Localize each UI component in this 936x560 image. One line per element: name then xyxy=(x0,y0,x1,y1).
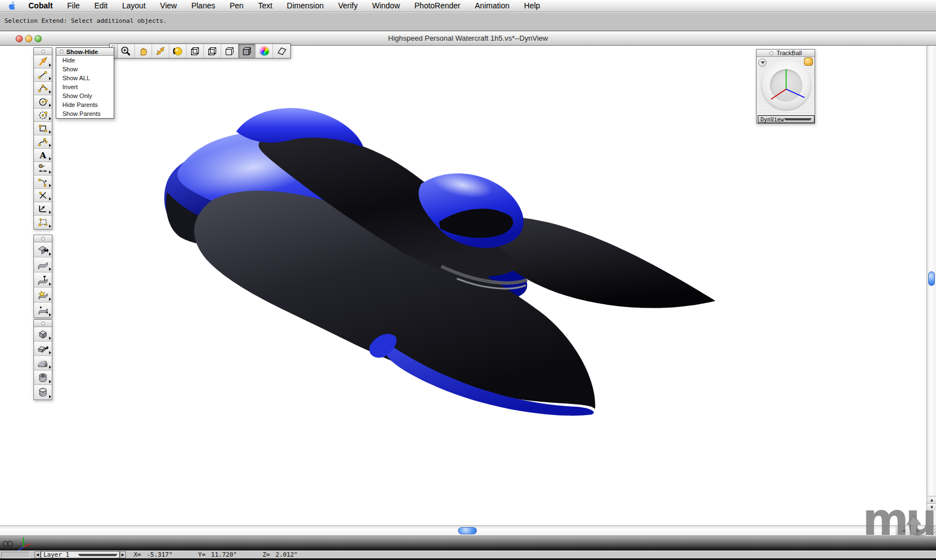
tool-rotate-view[interactable] xyxy=(169,44,187,58)
menu-text[interactable]: Text xyxy=(251,0,280,12)
layer-name: Layer 1 xyxy=(41,551,78,558)
layer-next-button[interactable]: ▶ xyxy=(120,551,126,558)
tool-trim[interactable] xyxy=(34,189,52,202)
tool-extrude-solid[interactable] xyxy=(34,342,52,356)
resize-grip[interactable] xyxy=(926,525,936,536)
tool-dimension[interactable] xyxy=(34,162,52,176)
minimize-button[interactable] xyxy=(25,35,32,42)
show-hide-title-bar[interactable]: Show-Hide xyxy=(56,48,114,56)
spline-icon xyxy=(37,137,48,147)
menu-help[interactable]: Help xyxy=(517,0,548,12)
tool-shaded[interactable] xyxy=(238,44,256,58)
menu-photorender[interactable]: PhotoRender xyxy=(407,0,468,12)
tool-select-arrow[interactable] xyxy=(34,55,52,69)
tool-circle[interactable] xyxy=(34,95,52,109)
menu-layout[interactable]: Layout xyxy=(115,0,153,12)
palette-close-widget[interactable] xyxy=(769,51,773,55)
trackball-title: TrackBall xyxy=(777,50,802,56)
extrude-surface-icon xyxy=(37,244,49,255)
tool-line[interactable] xyxy=(34,69,52,82)
menu-view[interactable]: View xyxy=(153,0,184,12)
tool-hidden-line[interactable] xyxy=(221,44,238,58)
close-button[interactable] xyxy=(16,35,23,42)
tool-box-solid[interactable] xyxy=(34,327,52,342)
view-mode-dropdown[interactable]: DynView xyxy=(758,115,815,123)
menu-item-hide[interactable]: Hide xyxy=(56,56,114,65)
tool-zoom-in[interactable] xyxy=(118,44,135,58)
tool-zoom-fit[interactable] xyxy=(152,44,169,58)
trackball-mode-button[interactable] xyxy=(804,57,813,66)
menu-window[interactable]: Window xyxy=(365,0,407,12)
tool-ellipse[interactable] xyxy=(34,109,52,122)
cobalt-app: { "menu_bar": { "apple_icon": "apple-log… xyxy=(0,0,936,560)
scroll-down-button[interactable]: ▼ xyxy=(927,503,936,510)
menu-dimension[interactable]: Dimension xyxy=(280,0,331,12)
tool-corner-join[interactable] xyxy=(34,202,52,216)
revolve-surface-icon xyxy=(37,274,49,285)
palette-close-widget[interactable] xyxy=(41,50,45,53)
tool-fillet-solid[interactable] xyxy=(34,356,52,371)
palette-title-bar[interactable] xyxy=(34,235,52,242)
tool-loft-surface[interactable] xyxy=(34,257,52,272)
menu-item-invert[interactable]: Invert xyxy=(56,82,114,91)
tool-revolve-surface[interactable] xyxy=(34,272,52,288)
menu-item-show-parents[interactable]: Show Parents xyxy=(56,109,114,118)
scroll-left-button[interactable]: ◀ xyxy=(896,526,910,535)
shell-solid-icon xyxy=(37,372,48,383)
tool-wireframe[interactable] xyxy=(204,44,221,58)
tool-pan[interactable] xyxy=(135,44,152,58)
arc-icon xyxy=(37,83,48,94)
menu-pen[interactable]: Pen xyxy=(222,0,251,12)
scroll-up-button[interactable]: ▲ xyxy=(927,496,936,503)
text-tool-icon: A xyxy=(37,150,48,160)
menu-animation[interactable]: Animation xyxy=(467,0,516,12)
x-coord-label: X= xyxy=(134,551,141,558)
menu-item-show-only[interactable]: Show Only xyxy=(56,91,114,100)
tool-boolean-solid[interactable] xyxy=(34,385,52,400)
vertical-scroll-thumb[interactable] xyxy=(928,271,935,286)
tool-arc[interactable] xyxy=(34,82,52,95)
tool-text[interactable]: A xyxy=(34,149,52,162)
view-mode-value: DynView xyxy=(758,116,784,123)
scroll-right-button[interactable]: ▶ xyxy=(910,526,925,535)
menu-cobalt[interactable]: Cobalt xyxy=(21,0,60,12)
tool-plane-view[interactable] xyxy=(273,44,290,58)
fillet-solid-icon xyxy=(37,358,49,369)
palette-title-bar[interactable] xyxy=(34,320,52,327)
tool-rectangle[interactable] xyxy=(34,122,52,135)
tool-sweep-surface[interactable] xyxy=(34,303,52,318)
menu-item-show[interactable]: Show xyxy=(56,65,114,74)
layer-selector[interactable]: Layer 1 xyxy=(41,551,120,558)
circle-icon xyxy=(37,96,48,107)
layer-prev-button[interactable]: ◀ xyxy=(35,551,41,558)
horizontal-scroll-thumb[interactable] xyxy=(458,527,477,534)
tool-render[interactable] xyxy=(256,44,273,58)
menu-item-show-all[interactable]: Show ALL xyxy=(56,74,114,82)
cube-wireframe-dashed-icon xyxy=(189,46,201,57)
tool-spline[interactable] xyxy=(34,135,52,149)
menu-item-hide-parents[interactable]: Hide Parents xyxy=(56,100,114,109)
tool-wireframe-dashed[interactable] xyxy=(187,44,204,58)
collapse-button[interactable] xyxy=(758,59,767,67)
menu-file[interactable]: File xyxy=(60,0,87,12)
tool-extrude-surface[interactable] xyxy=(34,242,52,257)
zoom-window-button[interactable] xyxy=(35,35,42,42)
tool-net-surface[interactable] xyxy=(34,288,52,303)
horizontal-scrollbar[interactable]: ◀ ▶ xyxy=(0,525,926,536)
tool-fillet[interactable] xyxy=(34,176,52,189)
trim-icon xyxy=(37,190,48,201)
menu-verify[interactable]: Verify xyxy=(331,0,365,12)
vertical-scrollbar[interactable]: ▲ ▼ xyxy=(927,46,936,525)
menu-edit[interactable]: Edit xyxy=(87,0,115,12)
trackball-title-bar[interactable]: TrackBall xyxy=(757,50,815,57)
solid-tool-palette xyxy=(33,319,52,400)
palette-title-bar[interactable] xyxy=(34,48,52,55)
palette-close-widget[interactable] xyxy=(41,237,45,241)
menu-planes[interactable]: Planes xyxy=(184,0,222,12)
palette-close-widget[interactable] xyxy=(41,322,45,325)
tool-transform-select[interactable] xyxy=(34,216,52,229)
palette-close-widget[interactable] xyxy=(60,50,64,53)
tool-shell-solid[interactable] xyxy=(34,371,52,385)
apple-menu[interactable] xyxy=(6,1,18,11)
render-sphere-icon xyxy=(260,46,269,56)
